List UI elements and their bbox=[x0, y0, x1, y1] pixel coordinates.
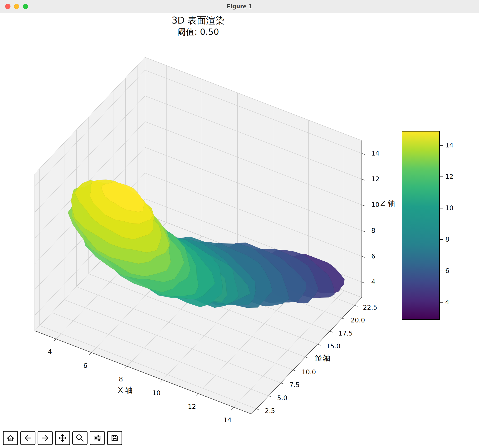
x-axis-label: X 轴 bbox=[118, 386, 133, 394]
toolbar-forward-button[interactable] bbox=[38, 431, 53, 445]
y-tick-label: 7.5 bbox=[289, 381, 300, 389]
z-tick-mark bbox=[362, 205, 365, 206]
home-icon bbox=[6, 434, 15, 442]
zoom-window-button[interactable] bbox=[23, 4, 28, 9]
z-axis-label: Z 轴 bbox=[380, 199, 395, 208]
x-tick-label: 8 bbox=[119, 376, 123, 383]
z-tick-label: 12 bbox=[371, 175, 379, 183]
x-tick-mark bbox=[89, 353, 92, 355]
z-tick-label: 8 bbox=[371, 227, 375, 234]
x-tick-label: 6 bbox=[83, 362, 87, 369]
back-arrow-icon bbox=[24, 434, 32, 442]
y-tick-label: 5.0 bbox=[277, 394, 287, 402]
plot-canvas[interactable]: 4681012142.55.07.510.012.515.017.520.022… bbox=[0, 0, 479, 448]
z-tick-label: 6 bbox=[371, 252, 375, 260]
colorbar-tick-label: 8 bbox=[445, 236, 449, 243]
toolbar-zoom-button[interactable] bbox=[72, 431, 87, 445]
y-tick-mark bbox=[293, 370, 296, 371]
x-tick-mark bbox=[125, 366, 127, 369]
toolbar-home-button[interactable] bbox=[3, 431, 18, 445]
toolbar-back-button[interactable] bbox=[20, 431, 35, 445]
toolbar-pan-button[interactable] bbox=[55, 431, 70, 445]
x-tick-mark bbox=[231, 407, 233, 409]
x-tick-label: 10 bbox=[152, 389, 160, 397]
colorbar-tick-label: 4 bbox=[445, 298, 449, 306]
save-floppy-icon bbox=[110, 434, 119, 442]
zoom-magnifier-icon bbox=[76, 434, 84, 442]
y-tick-mark bbox=[342, 318, 345, 319]
window-controls bbox=[5, 0, 28, 13]
subplots-sliders-icon bbox=[93, 434, 101, 442]
figure-title-line1: 3D 表面渲染 bbox=[0, 15, 396, 26]
z-tick-label: 10 bbox=[371, 201, 379, 208]
toolbar-subplots-button[interactable] bbox=[90, 431, 105, 445]
z-tick-label: 4 bbox=[371, 278, 375, 286]
minimize-button[interactable] bbox=[14, 4, 19, 9]
y-tick-label: 10.0 bbox=[302, 368, 316, 376]
z-tick-label: 14 bbox=[371, 150, 379, 157]
y-tick-label: 22.5 bbox=[363, 304, 377, 311]
colorbar-tick-label: 12 bbox=[445, 173, 453, 180]
z-tick-mark bbox=[362, 231, 365, 232]
x-tick-label: 4 bbox=[48, 348, 52, 356]
z-tick-mark bbox=[362, 256, 365, 257]
y-tick-mark bbox=[354, 305, 358, 307]
y-tick-mark bbox=[256, 409, 259, 410]
forward-arrow-icon bbox=[41, 434, 49, 442]
x-tick-label: 14 bbox=[223, 416, 231, 424]
close-button[interactable] bbox=[5, 4, 10, 9]
window-title: Figure 1 bbox=[0, 3, 479, 9]
y-tick-mark bbox=[318, 344, 321, 345]
colorbar-tick-label: 6 bbox=[445, 267, 449, 274]
pan-icon bbox=[58, 434, 67, 442]
z-tick-mark bbox=[362, 282, 365, 283]
x-tick-mark bbox=[160, 380, 163, 382]
x-tick-label: 12 bbox=[188, 403, 196, 410]
y-tick-label: 15.0 bbox=[326, 343, 340, 350]
figure-title-line2: 阈值: 0.50 bbox=[0, 26, 396, 37]
z-tick-mark bbox=[362, 179, 365, 180]
x-tick-mark bbox=[54, 339, 56, 341]
y-tick-mark bbox=[268, 396, 272, 397]
y-tick-mark bbox=[281, 383, 284, 384]
y-tick-mark bbox=[305, 357, 308, 358]
z-tick-mark bbox=[362, 153, 365, 155]
y-tick-label: 20.0 bbox=[351, 316, 365, 324]
y-axis-label: Y 轴 bbox=[316, 354, 330, 362]
x-tick-mark bbox=[196, 394, 198, 396]
colorbar-gradient bbox=[402, 131, 439, 320]
y-tick-label: 17.5 bbox=[339, 329, 353, 337]
figure-title: 3D 表面渲染 阈值: 0.50 bbox=[0, 15, 396, 37]
toolbar-save-button[interactable] bbox=[107, 431, 122, 445]
y-tick-label: 2.5 bbox=[265, 407, 275, 415]
navigation-toolbar bbox=[3, 431, 122, 445]
y-tick-mark bbox=[330, 331, 333, 332]
window-titlebar: Figure 1 bbox=[0, 0, 479, 13]
colorbar-tick-label: 14 bbox=[445, 141, 453, 149]
colorbar-tick-label: 10 bbox=[445, 204, 453, 212]
